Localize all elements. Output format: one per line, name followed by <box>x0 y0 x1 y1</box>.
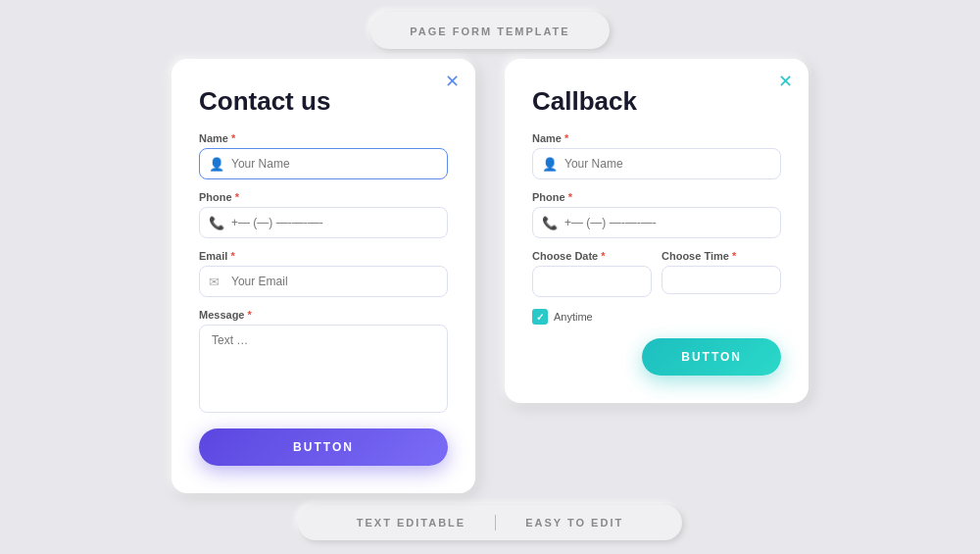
contact-email-input[interactable] <box>199 266 448 297</box>
contact-phone-input[interactable] <box>199 207 448 238</box>
callback-time-input-wrapper: 09:00 am to 11:00 am <box>662 266 781 294</box>
user-icon-callback: 👤 <box>542 157 558 172</box>
contact-phone-field: Phone * 📞 <box>199 191 448 238</box>
footer-easy-to-edit: EASY TO EDIT <box>525 517 623 529</box>
header-pill: PAGE FORM TEMPLATE <box>370 12 609 49</box>
callback-name-label: Name * <box>532 132 781 144</box>
contact-form-title: Contact us <box>199 86 448 117</box>
header-title: PAGE FORM TEMPLATE <box>410 25 569 37</box>
footer-divider <box>495 515 496 530</box>
callback-name-input-wrapper: 👤 <box>532 148 781 179</box>
callback-time-field: Choose Time * 09:00 am to 11:00 am <box>662 250 781 297</box>
callback-form-card: ✕ Callback Name * 👤 Phone * 📞 Choo <box>505 59 808 403</box>
contact-message-field: Message * <box>199 309 448 417</box>
contact-name-label: Name * <box>199 132 448 144</box>
contact-email-label: Email * <box>199 250 448 262</box>
phone-icon-callback: 📞 <box>542 216 558 230</box>
callback-phone-input-wrapper: 📞 <box>532 207 781 238</box>
callback-name-field: Name * 👤 <box>532 132 781 179</box>
contact-phone-input-wrapper: 📞 <box>199 207 448 238</box>
callback-submit-button[interactable]: BUTTON <box>642 338 781 376</box>
anytime-checkbox[interactable] <box>532 309 548 325</box>
contact-name-field: Name * 👤 <box>199 132 448 179</box>
callback-close-button[interactable]: ✕ <box>778 73 793 90</box>
footer-text-editable: TEXT EDITABLE <box>357 517 466 529</box>
forms-container: ✕ Contact us Name * 👤 Phone * 📞 Email * <box>113 49 867 505</box>
callback-date-label: Choose Date * <box>532 250 652 262</box>
email-icon: ✉ <box>209 275 220 289</box>
contact-name-input[interactable] <box>199 148 448 179</box>
contact-phone-label: Phone * <box>199 191 448 203</box>
anytime-label: Anytime <box>554 311 593 323</box>
anytime-row: Anytime <box>532 309 781 325</box>
callback-date-field: Choose Date * 15 / 12 / 23 <box>532 250 652 297</box>
user-icon: 👤 <box>209 157 224 172</box>
phone-icon: 📞 <box>209 216 224 230</box>
callback-phone-input[interactable] <box>532 207 781 238</box>
callback-phone-field: Phone * 📞 <box>532 191 781 238</box>
callback-phone-label: Phone * <box>532 191 781 203</box>
contact-close-button[interactable]: ✕ <box>445 73 460 90</box>
contact-submit-button[interactable]: BUTTON <box>199 428 448 466</box>
contact-form-card: ✕ Contact us Name * 👤 Phone * 📞 Email * <box>172 59 475 493</box>
callback-date-input[interactable]: 15 / 12 / 23 <box>532 266 652 297</box>
contact-email-field: Email * ✉ <box>199 250 448 297</box>
callback-datetime-row: Choose Date * 15 / 12 / 23 Choose Time *… <box>532 250 781 309</box>
callback-date-input-wrapper: 15 / 12 / 23 <box>532 266 652 297</box>
callback-time-input[interactable]: 09:00 am to 11:00 am <box>662 266 781 294</box>
callback-name-input[interactable] <box>532 148 781 179</box>
contact-email-input-wrapper: ✉ <box>199 266 448 297</box>
contact-message-label: Message * <box>199 309 448 321</box>
footer-pill: TEXT EDITABLE EASY TO EDIT <box>298 505 682 540</box>
contact-message-input[interactable] <box>199 325 448 413</box>
callback-form-title: Callback <box>532 86 781 117</box>
callback-time-label: Choose Time * <box>662 250 781 262</box>
contact-name-input-wrapper: 👤 <box>199 148 448 179</box>
